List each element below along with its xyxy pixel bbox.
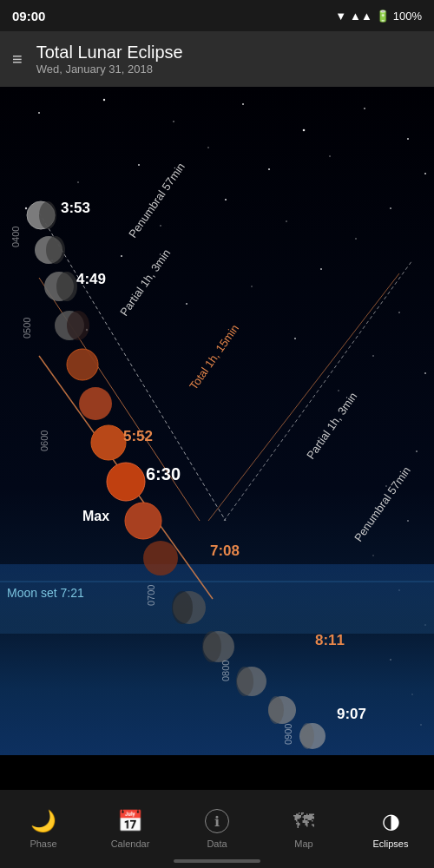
svg-point-51 <box>46 236 65 264</box>
svg-text:0600: 0600 <box>39 431 49 451</box>
header: ≡ Total Lunar Eclipse Wed, January 31, 2… <box>0 31 434 87</box>
nav-phase-label: Phase <box>30 838 56 849</box>
svg-line-45 <box>208 273 399 521</box>
phase-icon: 🌙 <box>30 809 56 833</box>
svg-point-47 <box>27 201 55 229</box>
svg-point-52 <box>44 272 74 301</box>
svg-point-37 <box>390 659 391 661</box>
svg-point-65 <box>143 541 178 575</box>
svg-text:3:53: 3:53 <box>61 200 90 216</box>
svg-text:5:52: 5:52 <box>123 428 153 444</box>
svg-text:0400: 0400 <box>10 227 21 247</box>
svg-text:8:11: 8:11 <box>315 632 345 648</box>
status-icons: ▼ ▲▲ 🔋 100% <box>335 10 422 23</box>
svg-point-12 <box>77 181 79 183</box>
svg-point-24 <box>186 303 187 305</box>
svg-point-9 <box>268 168 270 170</box>
svg-text:Partial 1h, 3min: Partial 1h, 3min <box>304 390 359 462</box>
svg-point-1 <box>38 112 40 114</box>
svg-point-22 <box>320 268 322 270</box>
svg-text:0500: 0500 <box>22 318 32 339</box>
svg-point-15 <box>424 173 426 174</box>
svg-text:Moon set 7:21: Moon set 7:21 <box>7 586 84 600</box>
svg-point-7 <box>407 138 409 140</box>
svg-text:0900: 0900 <box>283 724 293 745</box>
svg-point-74 <box>299 723 326 749</box>
battery-icon: 🔋 <box>376 10 390 23</box>
svg-point-61 <box>107 463 145 501</box>
svg-point-39 <box>420 724 422 726</box>
svg-point-60 <box>91 425 126 460</box>
battery-percent: 100% <box>393 10 422 23</box>
svg-point-18 <box>160 225 161 226</box>
svg-point-16 <box>286 220 287 222</box>
svg-point-48 <box>27 201 55 229</box>
svg-point-59 <box>91 425 126 460</box>
svg-point-14 <box>390 207 391 209</box>
svg-text:4:49: 4:49 <box>76 271 106 287</box>
eclipses-icon: ◑ <box>382 809 400 833</box>
svg-point-73 <box>268 696 284 724</box>
svg-rect-40 <box>0 564 434 634</box>
header-title: Total Lunar Eclipse <box>36 43 183 62</box>
svg-point-19 <box>121 255 122 257</box>
nav-map[interactable]: 🗺 Map <box>269 809 339 849</box>
map-icon: 🗺 <box>293 809 314 833</box>
svg-point-5 <box>303 129 306 132</box>
svg-point-33 <box>407 520 409 522</box>
svg-text:Total  1h, 15min: Total 1h, 15min <box>187 322 241 392</box>
bottom-nav: 🌙 Phase 📅 Calendar ℹ Data 🗺 Map ◑ Eclips… <box>0 790 434 868</box>
svg-point-6 <box>364 108 365 109</box>
status-bar: 09:00 ▼ ▲▲ 🔋 100% <box>0 0 434 31</box>
svg-point-30 <box>338 390 339 391</box>
svg-point-13 <box>25 207 27 209</box>
calendar-icon: 📅 <box>117 809 143 833</box>
data-icon: ℹ <box>205 809 229 833</box>
svg-line-46 <box>224 260 412 521</box>
nav-data-label: Data <box>207 838 227 849</box>
svg-point-26 <box>86 329 88 331</box>
home-indicator <box>174 859 260 863</box>
nav-map-label: Map <box>294 838 312 849</box>
svg-point-2 <box>103 99 105 101</box>
svg-rect-0 <box>0 87 434 755</box>
svg-text:6:30: 6:30 <box>146 464 181 483</box>
main-view: 3:53 4:49 5:52 6:30 7:08 8:11 9:07 Penum… <box>0 87 434 755</box>
svg-point-63 <box>125 503 161 539</box>
svg-point-31 <box>416 450 418 452</box>
svg-point-62 <box>107 463 145 501</box>
svg-point-58 <box>79 387 112 420</box>
svg-point-55 <box>67 311 89 340</box>
svg-point-49 <box>39 201 56 229</box>
signal-icon: ▲▲ <box>350 10 372 23</box>
svg-text:Partial 1h, 3min: Partial 1h, 3min <box>117 247 173 319</box>
svg-text:0700: 0700 <box>146 585 156 606</box>
svg-text:Penumbral 57min: Penumbral 57min <box>126 161 187 240</box>
svg-line-44 <box>39 356 213 599</box>
svg-point-64 <box>125 503 161 539</box>
nav-calendar-label: Calendar <box>111 838 150 849</box>
nav-eclipses[interactable]: ◑ Eclipses <box>356 809 425 849</box>
svg-point-67 <box>172 591 193 624</box>
svg-point-3 <box>173 121 174 122</box>
svg-point-11 <box>138 164 140 166</box>
svg-point-75 <box>300 723 314 749</box>
svg-text:0800: 0800 <box>220 661 231 681</box>
nav-eclipses-label: Eclipses <box>373 838 409 849</box>
svg-point-17 <box>225 199 227 201</box>
svg-point-23 <box>251 286 252 286</box>
status-time: 09:00 <box>12 9 45 23</box>
nav-calendar[interactable]: 📅 Calendar <box>95 809 165 849</box>
nav-data[interactable]: ℹ Data <box>182 809 252 849</box>
svg-point-21 <box>51 260 53 261</box>
svg-point-34 <box>372 555 373 556</box>
svg-point-72 <box>268 696 296 724</box>
svg-line-43 <box>39 278 200 521</box>
nav-phase[interactable]: 🌙 Phase <box>9 809 78 849</box>
svg-point-35 <box>398 589 400 591</box>
svg-point-4 <box>242 103 244 105</box>
svg-point-32 <box>385 485 387 487</box>
svg-text:9:07: 9:07 <box>337 706 366 722</box>
svg-text:Max: Max <box>82 509 109 523</box>
menu-icon[interactable]: ≡ <box>12 49 23 69</box>
